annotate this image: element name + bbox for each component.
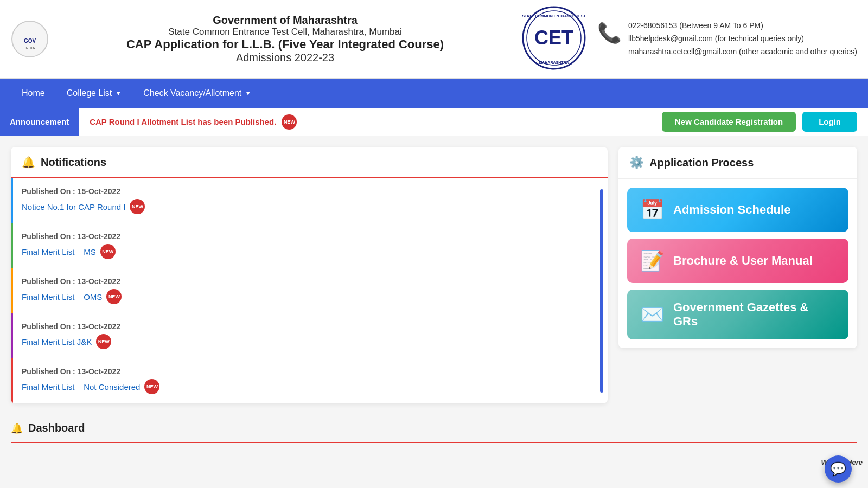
svg-text:STATE COMMON ENTRANCE TEST: STATE COMMON ENTRANCE TEST bbox=[522, 14, 586, 18]
brochure-user-manual-label: Brochure & User Manual bbox=[673, 254, 813, 268]
phone-number: 022-68056153 (Between 9 AM To 6 PM) bbox=[628, 20, 857, 33]
dashboard-icon: 🔔 bbox=[11, 422, 23, 434]
contact-info: 022-68056153 (Between 9 AM To 6 PM) llb5… bbox=[628, 20, 857, 58]
bell-icon: 🔔 bbox=[22, 156, 35, 169]
dashboard-header: 🔔 Dashboard bbox=[11, 414, 857, 443]
email-academic: maharashtra.cetcell@gmail.com (other aca… bbox=[628, 46, 857, 59]
notification-link[interactable]: Final Merit List J&K NEW bbox=[22, 334, 597, 349]
notification-link[interactable]: Notice No.1 for CAP Round I NEW bbox=[22, 199, 597, 214]
login-button[interactable]: Login bbox=[802, 112, 857, 132]
gazette-icon: ✉️ bbox=[640, 303, 665, 326]
application-process-title: Application Process bbox=[649, 157, 754, 169]
notification-link[interactable]: Final Merit List – MS NEW bbox=[22, 244, 597, 259]
notification-date: Published On : 13-Oct-2022 bbox=[22, 232, 597, 241]
notification-link-text: Final Merit List J&K bbox=[22, 337, 92, 346]
dashboard-title: Dashboard bbox=[28, 422, 85, 434]
notification-link-text: Final Merit List – OMS bbox=[22, 292, 102, 301]
nav-home[interactable]: Home bbox=[11, 79, 56, 108]
notifications-title: Notifications bbox=[41, 156, 106, 169]
admission-year: Admissions 2022-23 bbox=[60, 52, 510, 64]
left-logo: GOV INDIA bbox=[11, 20, 49, 58]
notification-item: Published On : 13-Oct-2022 Final Merit L… bbox=[11, 358, 608, 403]
header-title-block: Government of Maharashtra State Common E… bbox=[60, 14, 510, 64]
new-badge: NEW bbox=[96, 334, 111, 349]
notification-item: Published On : 15-Oct-2022 Notice No.1 f… bbox=[11, 178, 608, 223]
new-badge: NEW bbox=[100, 244, 116, 259]
navbar: Home College List ▼ Check Vacancy/Allotm… bbox=[0, 79, 868, 108]
notification-link[interactable]: Final Merit List – Not Considered NEW bbox=[22, 379, 597, 394]
svg-text:MAHARASHTRA: MAHARASHTRA bbox=[539, 61, 569, 65]
application-process-icon: ⚙️ bbox=[629, 156, 644, 170]
notification-link-text: Notice No.1 for CAP Round I bbox=[22, 202, 125, 211]
admission-schedule-label: Admission Schedule bbox=[673, 203, 790, 217]
notification-item: Published On : 13-Oct-2022 Final Merit L… bbox=[11, 223, 608, 268]
new-badge: NEW bbox=[106, 289, 122, 304]
chat-button[interactable]: 💬 bbox=[825, 455, 852, 483]
email-technical: llb5helpdesk@gmail.com (for technical qu… bbox=[628, 33, 857, 46]
new-badge: NEW bbox=[144, 379, 159, 394]
nav-check-vacancy[interactable]: Check Vacancy/Allotment ▼ bbox=[132, 79, 262, 108]
notification-date: Published On : 13-Oct-2022 bbox=[22, 367, 597, 376]
announcement-label: Announcement bbox=[0, 108, 79, 136]
contact-block: 📞 022-68056153 (Between 9 AM To 6 PM) ll… bbox=[597, 20, 857, 58]
course-name: CAP Application for L.L.B. (Five Year In… bbox=[60, 37, 510, 52]
main-content: 🔔 Notifications Published On : 15-Oct-20… bbox=[0, 136, 868, 414]
phone-icon: 📞 bbox=[597, 22, 622, 44]
notification-date: Published On : 13-Oct-2022 bbox=[22, 277, 597, 286]
nav-home-label: Home bbox=[22, 88, 45, 98]
notification-item: Published On : 13-Oct-2022 Final Merit L… bbox=[11, 313, 608, 358]
svg-text:INDIA: INDIA bbox=[25, 46, 35, 50]
new-badge: NEW bbox=[130, 199, 145, 214]
notifications-header: 🔔 Notifications bbox=[11, 147, 608, 178]
chevron-down-icon: ▼ bbox=[115, 89, 122, 97]
notification-link-text: Final Merit List – MS bbox=[22, 247, 96, 256]
notification-item: Published On : 13-Oct-2022 Final Merit L… bbox=[11, 268, 608, 313]
dashboard-section: 🔔 Dashboard bbox=[0, 414, 868, 459]
application-process-header: ⚙️ Application Process bbox=[618, 147, 857, 179]
svg-text:CET: CET bbox=[534, 27, 573, 49]
admission-schedule-card[interactable]: 📅 Admission Schedule bbox=[627, 188, 848, 232]
page-header: GOV INDIA Government of Maharashtra Stat… bbox=[0, 0, 868, 79]
header-buttons: New Candidate Registration Login bbox=[651, 112, 868, 132]
brochure-user-manual-card[interactable]: 📝 Brochure & User Manual bbox=[627, 239, 848, 283]
notifications-list: Published On : 15-Oct-2022 Notice No.1 f… bbox=[11, 178, 608, 403]
government-gazettes-label: Government Gazettes & GRs bbox=[673, 300, 835, 329]
notification-link-text: Final Merit List – Not Considered bbox=[22, 382, 140, 391]
cet-logo: STATE COMMON ENTRANCE TEST MAHARASHTRA C… bbox=[521, 5, 586, 73]
notification-date: Published On : 13-Oct-2022 bbox=[22, 322, 597, 331]
nav-college-list[interactable]: College List ▼ bbox=[56, 79, 133, 108]
nav-college-list-label: College List bbox=[67, 88, 112, 98]
ap-cards-list: 📅 Admission Schedule 📝 Brochure & User M… bbox=[618, 179, 857, 348]
brochure-icon: 📝 bbox=[640, 249, 665, 272]
org-sub: State Common Entrance Test Cell, Maharas… bbox=[60, 27, 510, 37]
svg-text:GOV: GOV bbox=[24, 38, 36, 44]
announcement-bar: Announcement CAP Round I Allotment List … bbox=[0, 108, 868, 136]
calendar-icon: 📅 bbox=[640, 198, 665, 221]
announcement-text: CAP Round I Allotment List has been Publ… bbox=[90, 117, 276, 126]
nav-check-vacancy-label: Check Vacancy/Allotment bbox=[143, 88, 241, 98]
chat-icon: 💬 bbox=[830, 461, 846, 477]
new-badge-announcement: NEW bbox=[282, 114, 297, 130]
application-process-panel: ⚙️ Application Process 📅 Admission Sched… bbox=[618, 147, 857, 348]
government-gazettes-card[interactable]: ✉️ Government Gazettes & GRs bbox=[627, 290, 848, 339]
notifications-panel: 🔔 Notifications Published On : 15-Oct-20… bbox=[11, 147, 608, 403]
announcement-content: CAP Round I Allotment List has been Publ… bbox=[79, 114, 651, 130]
right-panel: ⚙️ Application Process 📅 Admission Sched… bbox=[618, 147, 857, 403]
notification-link[interactable]: Final Merit List – OMS NEW bbox=[22, 289, 597, 304]
org-name: Government of Maharashtra bbox=[60, 14, 510, 27]
chevron-down-icon-2: ▼ bbox=[245, 89, 251, 97]
notification-date: Published On : 15-Oct-2022 bbox=[22, 187, 597, 196]
new-candidate-registration-button[interactable]: New Candidate Registration bbox=[662, 112, 796, 132]
